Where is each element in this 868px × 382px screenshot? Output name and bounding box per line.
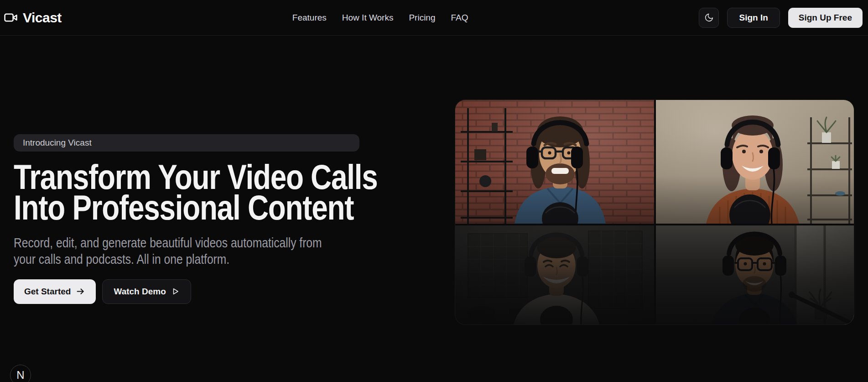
sign-in-button[interactable]: Sign In	[727, 8, 780, 28]
intro-badge: Introducing Vicast	[14, 134, 359, 152]
participant-photo-bottom-left	[455, 225, 654, 324]
nav-link-how-it-works[interactable]: How It Works	[342, 13, 394, 23]
sign-up-button[interactable]: Sign Up Free	[788, 8, 863, 28]
hero-heading-line-2: Into Professional Content	[14, 192, 353, 223]
moon-icon	[704, 13, 714, 22]
hero-copy: Introducing Vicast Transform Your Video …	[14, 134, 426, 304]
brand-name: Vicast	[23, 10, 62, 26]
top-nav: Vicast Features How It Works Pricing FAQ…	[0, 0, 868, 36]
hero-description: Record, edit, and generate beautiful vid…	[14, 235, 426, 267]
hero-video-grid	[455, 100, 854, 324]
hero-description-line-1: Record, edit, and generate beautiful vid…	[14, 235, 322, 251]
participant-photo-top-right	[656, 100, 854, 224]
nextjs-dev-badge[interactable]: N	[10, 365, 31, 382]
theme-toggle-button[interactable]	[699, 8, 719, 28]
participant-photo-top-left	[455, 100, 654, 224]
cta-row: Get Started Watch Demo	[14, 279, 426, 304]
brand-logo[interactable]: Vicast	[4, 10, 62, 26]
nav-link-faq[interactable]: FAQ	[451, 13, 468, 23]
nav-actions: Sign In Sign Up Free	[699, 8, 863, 28]
get-started-button[interactable]: Get Started	[14, 279, 96, 304]
video-camera-icon	[4, 10, 18, 25]
arrow-right-icon	[76, 287, 85, 296]
watch-demo-button[interactable]: Watch Demo	[102, 279, 191, 304]
hero-heading: Transform Your Video Calls Into Professi…	[14, 162, 426, 223]
participant-grid	[455, 100, 854, 324]
hero-heading-line-1: Transform Your Video Calls	[14, 162, 377, 192]
participant-photo-bottom-right	[656, 225, 854, 324]
get-started-label: Get Started	[24, 287, 71, 297]
nav-links: Features How It Works Pricing FAQ	[292, 13, 468, 23]
hero-description-line-2: your calls and podcasts. All in one plat…	[14, 251, 229, 267]
nav-link-features[interactable]: Features	[292, 13, 327, 23]
intro-badge-label: Introducing Vicast	[23, 138, 92, 148]
play-outline-icon	[171, 287, 180, 296]
nextjs-n-icon: N	[16, 369, 24, 382]
watch-demo-label: Watch Demo	[114, 287, 166, 297]
hero-section: Introducing Vicast Transform Your Video …	[0, 36, 868, 382]
nav-link-pricing[interactable]: Pricing	[409, 13, 435, 23]
